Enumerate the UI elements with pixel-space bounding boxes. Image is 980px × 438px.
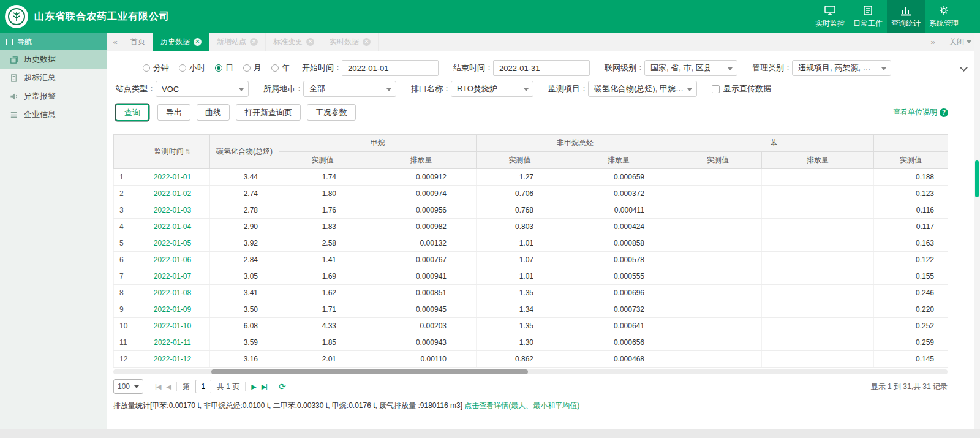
emission-header: 排放量 — [366, 152, 477, 169]
nav-daily-work[interactable]: 日常工作 — [849, 0, 887, 33]
data-cell: 0.252 — [874, 318, 948, 334]
vertical-scrollbar-track[interactable] — [974, 33, 980, 429]
chevron-down-icon — [728, 67, 733, 70]
refresh-icon[interactable]: ⟳ — [279, 382, 286, 391]
tab-bar: « 首页 历史数据 ✕ 新增站点 ✕ 标准变更 ✕ 实时数据 — [107, 33, 980, 51]
data-cell: 0.000851 — [366, 285, 477, 301]
tab-new-station[interactable]: 新增站点 ✕ — [209, 33, 266, 51]
table-row[interactable]: 122022-01-123.162.010.001100.8620.000468… — [114, 351, 948, 368]
outlet-select[interactable]: RTO焚烧炉 — [451, 81, 533, 97]
period-radio-minute[interactable]: 分钟 — [143, 62, 169, 74]
table-row[interactable]: 32022-01-032.781.760.0009560.7680.000411… — [114, 202, 948, 219]
tab-realtime-data[interactable]: 实时数据 ✕ — [322, 33, 379, 51]
data-cell — [762, 285, 874, 301]
table-row[interactable]: 82022-01-083.411.620.0008511.350.0006960… — [114, 285, 948, 301]
data-cell: 1.01 — [477, 235, 564, 252]
horizontal-scrollbar-track[interactable] — [113, 369, 948, 374]
manage-category-select[interactable]: 违规项目, 高架源, 重点排 — [792, 60, 891, 76]
tabs-scroll-left-icon[interactable]: « — [107, 33, 123, 51]
horizontal-scrollbar-thumb[interactable] — [211, 369, 528, 374]
table-row[interactable]: 22022-01-022.741.800.0009740.7060.000372… — [114, 186, 948, 202]
outlet-value: RTO焚烧炉 — [457, 83, 521, 94]
data-cell: 0.803 — [477, 219, 564, 235]
sidebar-item-company-info[interactable]: 企业信息 — [0, 105, 107, 124]
direct-data-checkbox[interactable]: 显示直传数据 — [712, 83, 771, 94]
tab-standard-change[interactable]: 标准变更 ✕ — [266, 33, 322, 51]
period-radio-year[interactable]: 年 — [271, 62, 290, 74]
table-row[interactable]: 52022-01-053.922.580.001321.010.0008580.… — [114, 235, 948, 252]
nav-system-management[interactable]: 系统管理 — [925, 0, 963, 33]
monitor-date-link[interactable]: 2022-01-03 — [135, 202, 210, 219]
page-number-input[interactable] — [195, 380, 211, 393]
row-index: 11 — [114, 334, 135, 351]
export-button[interactable]: 导出 — [157, 104, 190, 121]
period-radio-day[interactable]: 日 — [215, 62, 233, 74]
monitor-date-link[interactable]: 2022-01-10 — [135, 318, 210, 334]
nav-realtime-monitor[interactable]: 实时监控 — [811, 0, 849, 33]
table-row[interactable]: 62022-01-062.841.410.0007671.070.0005780… — [114, 252, 948, 268]
network-level-select[interactable]: 国家, 省, 市, 区县 — [644, 60, 737, 76]
tabs-scroll-right-icon[interactable]: » — [925, 37, 941, 47]
tab-close-icon[interactable]: ✕ — [250, 38, 258, 46]
monitor-date-link[interactable]: 2022-01-06 — [135, 252, 210, 268]
data-cell: 1.01 — [477, 268, 564, 285]
tab-close-icon[interactable]: ✕ — [194, 38, 202, 46]
tab-close-icon[interactable]: ✕ — [363, 38, 371, 46]
tab-home[interactable]: 首页 — [123, 33, 153, 51]
monitor-date-link[interactable]: 2022-01-08 — [135, 285, 210, 301]
table-row[interactable]: 12022-01-013.441.740.0009121.270.0006590… — [114, 169, 948, 186]
manage-category-label: 管理类别： — [752, 62, 792, 74]
sidebar-item-exceed-summary[interactable]: 超标汇总 — [0, 69, 107, 87]
monitor-date-link[interactable]: 2022-01-09 — [135, 301, 210, 318]
monitor-date-link[interactable]: 2022-01-04 — [135, 219, 210, 235]
monitor-date-link[interactable]: 2022-01-02 — [135, 186, 210, 202]
time-column-header[interactable]: 监测时间⇅ — [135, 135, 210, 169]
view-detail-link[interactable]: 点击查看详情(最大、最小和平均值) — [464, 401, 579, 410]
emission-header: 排放量 — [564, 152, 674, 169]
open-new-query-button[interactable]: 打开新查询页 — [236, 104, 301, 121]
thc-value-cell: 3.92 — [210, 235, 279, 252]
table-row[interactable]: 92022-01-093.501.710.0009451.340.0007320… — [114, 301, 948, 318]
monitor-date-link[interactable]: 2022-01-11 — [135, 334, 210, 351]
next-page-icon[interactable]: ▶ — [251, 383, 255, 391]
monitor-date-link[interactable]: 2022-01-12 — [135, 351, 210, 368]
table-row[interactable]: 72022-01-073.051.690.0009411.010.0005550… — [114, 268, 948, 285]
query-button[interactable]: 查询 — [116, 104, 149, 121]
sidebar-item-abnormal-alarm[interactable]: 异常报警 — [0, 87, 107, 105]
prev-page-icon[interactable]: ◀ — [166, 383, 170, 391]
data-cell — [674, 268, 762, 285]
data-cell — [674, 351, 762, 368]
data-cell — [762, 301, 874, 318]
tab-label: 首页 — [130, 37, 145, 47]
condition-params-button[interactable]: 工况参数 — [307, 104, 356, 121]
vertical-scrollbar-thumb[interactable] — [975, 160, 979, 197]
table-row[interactable]: 112022-01-113.591.850.0009431.300.000656… — [114, 334, 948, 351]
radio-label: 分钟 — [153, 62, 169, 74]
monitor-date-link[interactable]: 2022-01-01 — [135, 169, 210, 186]
unit-description-link[interactable]: 查看单位说明 ? — [893, 107, 948, 118]
data-cell — [674, 318, 762, 334]
sidebar-item-history-data[interactable]: 历史数据 — [0, 50, 107, 69]
data-cell: 0.000732 — [564, 301, 674, 318]
tab-close-icon[interactable]: ✕ — [306, 38, 314, 46]
first-page-icon[interactable]: |◀ — [155, 383, 160, 391]
city-select[interactable]: 全部 — [303, 81, 396, 97]
monitor-date-link[interactable]: 2022-01-07 — [135, 268, 210, 285]
start-time-input[interactable] — [342, 60, 439, 76]
tab-history-data[interactable]: 历史数据 ✕ — [153, 33, 209, 51]
sort-icon[interactable]: ⇅ — [186, 148, 190, 155]
monitor-item-select[interactable]: 碳氢化合物(总烃), 甲烷, 非 — [588, 81, 697, 97]
end-time-input[interactable] — [493, 60, 590, 76]
page-size-select[interactable]: 100 — [113, 379, 143, 394]
table-row[interactable]: 102022-01-106.084.330.002031.350.0006410… — [114, 318, 948, 334]
monitor-date-link[interactable]: 2022-01-05 — [135, 235, 210, 252]
filter-row-2: 站点类型： VOC 所属地市： 全部 排口名 — [107, 78, 980, 99]
row-index: 7 — [114, 268, 135, 285]
period-radio-month[interactable]: 月 — [243, 62, 262, 74]
nav-query-statistics[interactable]: 查询统计 — [887, 0, 925, 33]
curve-button[interactable]: 曲线 — [197, 104, 230, 121]
last-page-icon[interactable]: ▶| — [262, 383, 267, 391]
period-radio-hour[interactable]: 小时 — [179, 62, 205, 74]
table-row[interactable]: 42022-01-042.901.830.0009820.8030.000424… — [114, 219, 948, 235]
station-type-select[interactable]: VOC — [156, 81, 249, 97]
